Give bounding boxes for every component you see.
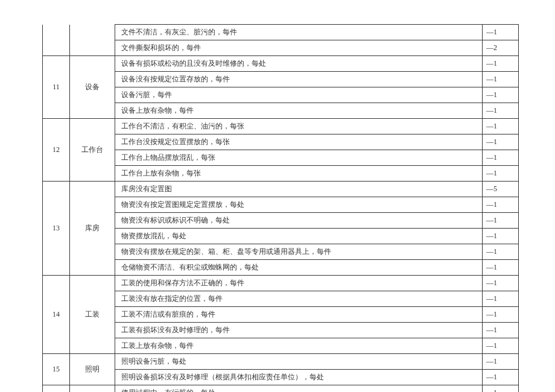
description-cell: 工装没有放在指定的位置，每件 (115, 291, 483, 307)
description-cell: 物资没有按定置图规定定置摆放，每处 (115, 197, 483, 213)
description-cell: 文件撕裂和损坏的，每件 (115, 40, 483, 56)
description-cell: 工作台上物品摆放混乱，每张 (115, 150, 483, 166)
score-cell: —1 (483, 166, 519, 182)
description-cell: 库房没有定置图 (115, 182, 483, 197)
score-cell: —1 (483, 72, 519, 87)
category-cell: 水、电、气等各种线管 (70, 385, 115, 393)
score-cell: —1 (483, 370, 519, 385)
score-cell: —1 (483, 56, 519, 72)
score-cell: —1 (483, 276, 519, 291)
inspection-table: 文件不清洁，有灰尘、脏污的，每件—1文件撕裂和损坏的，每件—211设备设备有损坏… (42, 24, 519, 392)
description-cell: 物资没有标识或标识不明确，每处 (115, 213, 483, 229)
row-number: 12 (43, 119, 70, 182)
row-number: 11 (43, 56, 70, 119)
description-cell: 物资摆放混乱，每处 (115, 229, 483, 244)
score-cell: —1 (483, 87, 519, 103)
score-cell: —1 (483, 323, 519, 338)
score-cell: —1 (483, 103, 519, 119)
description-cell: 工作台上放有杂物，每张 (115, 166, 483, 182)
score-cell: —5 (483, 182, 519, 197)
score-cell: —1 (483, 25, 519, 40)
row-number: 15 (43, 354, 70, 385)
score-cell: —1 (483, 338, 519, 354)
score-cell: —1 (483, 244, 519, 260)
description-cell: 照明设备污脏，每处 (115, 354, 483, 370)
description-cell: 工装上放有杂物，每件 (115, 338, 483, 354)
row-number (43, 25, 70, 56)
category-cell (70, 25, 115, 56)
description-cell: 照明设备损坏没有及时修理（根据具体扣相应责任单位），每处 (115, 370, 483, 385)
score-cell: —1 (483, 260, 519, 276)
table-row: 16水、电、气等各种线管使用过程中，有污脏的，每处—1 (43, 385, 519, 393)
table-row: 11设备设备有损坏或松动的且没有及时维修的，每处—1 (43, 56, 519, 72)
table-row: 文件不清洁，有灰尘、脏污的，每件—1 (43, 25, 519, 40)
category-cell: 设备 (70, 56, 115, 119)
score-cell: —1 (483, 229, 519, 244)
description-cell: 设备有损坏或松动的且没有及时维修的，每处 (115, 56, 483, 72)
category-cell: 库房 (70, 182, 115, 276)
row-number: 14 (43, 276, 70, 354)
description-cell: 设备污脏，每件 (115, 87, 483, 103)
table-row: 14工装工装的使用和保存方法不正确的，每件—1 (43, 276, 519, 291)
description-cell: 工装不清洁或有脏痕的，每件 (115, 307, 483, 323)
score-cell: —1 (483, 354, 519, 370)
score-cell: —1 (483, 134, 519, 150)
row-number: 16 (43, 385, 70, 393)
description-cell: 工装的使用和保存方法不正确的，每件 (115, 276, 483, 291)
category-cell: 工作台 (70, 119, 115, 182)
description-cell: 设备上放有杂物，每件 (115, 103, 483, 119)
score-cell: —1 (483, 307, 519, 323)
description-cell: 工作台不清洁，有积尘、油污的，每张 (115, 119, 483, 134)
table-row: 12工作台工作台不清洁，有积尘、油污的，每张—1 (43, 119, 519, 134)
category-cell: 照明 (70, 354, 115, 385)
score-cell: —1 (483, 213, 519, 229)
score-cell: —1 (483, 197, 519, 213)
score-cell: —1 (483, 150, 519, 166)
score-cell: —1 (483, 291, 519, 307)
description-cell: 设备没有按规定位置存放的，每件 (115, 72, 483, 87)
description-cell: 物资没有摆放在规定的架、箱、柜、盘等专用或通用器具上，每件 (115, 244, 483, 260)
row-number: 13 (43, 182, 70, 276)
description-cell: 工作台没按规定位置摆放的，每张 (115, 134, 483, 150)
description-cell: 仓储物资不清洁、有积尘或蜘蛛网的，每处 (115, 260, 483, 276)
score-cell: —1 (483, 385, 519, 393)
category-cell: 工装 (70, 276, 115, 354)
description-cell: 文件不清洁，有灰尘、脏污的，每件 (115, 25, 483, 40)
description-cell: 工装有损坏没有及时修理的，每件 (115, 323, 483, 338)
table-row: 15照明照明设备污脏，每处—1 (43, 354, 519, 370)
table-row: 13库房库房没有定置图—5 (43, 182, 519, 197)
description-cell: 使用过程中，有污脏的，每处 (115, 385, 483, 393)
score-cell: —2 (483, 40, 519, 56)
score-cell: —1 (483, 119, 519, 134)
